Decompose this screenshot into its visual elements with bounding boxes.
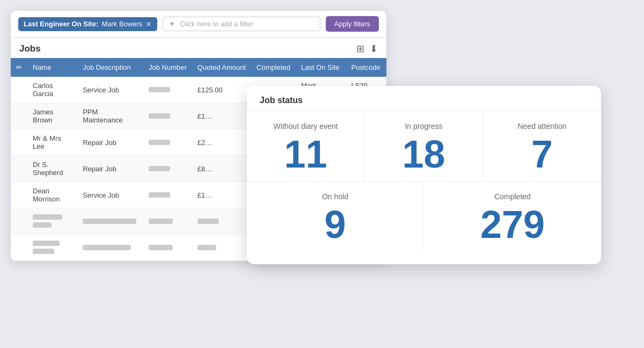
apply-filters-button[interactable]: Apply filters	[326, 16, 379, 32]
status-cell-need-attention: Need attention 7	[483, 111, 601, 182]
close-icon[interactable]: ✕	[145, 20, 152, 28]
row-amount: £125.00	[192, 77, 251, 103]
row-edit	[11, 156, 27, 182]
on-hold-label: On hold	[260, 192, 411, 201]
jobs-title: Jobs	[19, 44, 41, 54]
last-on-site-col-header: Last On Site	[296, 58, 346, 77]
row-edit	[11, 129, 27, 156]
placeholder-bar	[149, 140, 170, 145]
placeholder-bar	[149, 87, 170, 92]
jobs-header: Jobs ⊞ ⬇	[11, 38, 386, 58]
filter-tag-value: Mark Bowers	[101, 20, 142, 28]
placeholder-bar	[149, 219, 173, 224]
row-name: James Brown	[27, 103, 77, 129]
row-desc: Service Job	[77, 77, 143, 103]
row-amount: £2…	[192, 129, 251, 156]
in-progress-value: 18	[378, 135, 470, 173]
row-edit	[11, 77, 27, 103]
on-hold-value: 9	[260, 205, 411, 244]
placeholder-bar	[83, 245, 131, 250]
row-number	[143, 182, 192, 208]
edit-icon: ✏	[16, 63, 22, 71]
row-number	[143, 156, 192, 182]
table-header-row: ✏ Name Job Description Job Number Quoted…	[11, 58, 386, 77]
row-amount: £1…	[192, 103, 251, 129]
row-edit	[11, 182, 27, 208]
placeholder-bar	[197, 245, 216, 250]
placeholder-bar	[33, 214, 62, 220]
desc-col-header: Job Description	[77, 58, 143, 77]
placeholder-bar	[33, 222, 52, 228]
number-col-header: Job Number	[143, 58, 192, 77]
without-diary-label: Without diary event	[260, 122, 352, 130]
filter-input-wrap[interactable]: ▼ Click here to add a filter	[163, 17, 320, 31]
placeholder-bar	[149, 113, 170, 119]
postcode-col-header: Postcode	[346, 58, 386, 77]
placeholder-bar	[197, 219, 219, 224]
row-amount: £1…	[192, 182, 251, 208]
amount-col-header: Quoted Amount	[192, 58, 251, 77]
row-desc: Repair Job	[77, 156, 143, 182]
status-cell-without-diary: Without diary event 11	[247, 111, 365, 182]
filter-bar: Last Engineer On Site: Mark Bowers ✕ ▼ C…	[11, 11, 386, 38]
row-name: Mr & Mrs Lee	[27, 129, 77, 156]
row-name: Carlos Garcia	[27, 77, 77, 103]
download-icon[interactable]: ⬇	[370, 43, 378, 55]
job-status-top-row: Without diary event 11 In progress 18 Ne…	[247, 111, 601, 182]
row-desc: Service Job	[77, 182, 143, 208]
filter-columns-icon[interactable]: ⊞	[356, 43, 364, 55]
row-name: Dr S. Shepherd	[27, 156, 77, 182]
row-number	[143, 77, 192, 103]
placeholder-bar	[33, 241, 60, 246]
placeholder-bar	[149, 192, 170, 198]
row-edit	[11, 103, 27, 129]
row-name: Dean Morrison	[27, 182, 77, 208]
jobs-actions: ⊞ ⬇	[356, 43, 378, 55]
job-status-panel: Job status Without diary event 11 In pro…	[247, 86, 601, 264]
status-cell-completed: Completed 279	[424, 182, 601, 251]
without-diary-value: 11	[260, 135, 352, 173]
filter-tag[interactable]: Last Engineer On Site: Mark Bowers ✕	[18, 17, 157, 31]
placeholder-bar	[149, 166, 170, 171]
filter-input-placeholder: Click here to add a filter	[180, 20, 253, 28]
edit-col-header: ✏	[11, 58, 27, 77]
name-col-header: Name	[27, 58, 77, 77]
status-cell-in-progress: In progress 18	[365, 111, 483, 182]
need-attention-value: 7	[496, 135, 588, 173]
row-desc: PPM Maintenance	[77, 103, 143, 129]
row-desc: Repair Job	[77, 129, 143, 156]
completed-label: Completed	[437, 192, 588, 201]
row-number	[143, 129, 192, 156]
filter-icon: ▼	[169, 20, 175, 28]
completed-col-header: Completed	[251, 58, 296, 77]
job-status-bottom-row: On hold 9 Completed 279	[247, 182, 601, 251]
in-progress-label: In progress	[378, 122, 470, 130]
need-attention-label: Need attention	[496, 122, 588, 130]
row-amount: £8…	[192, 156, 251, 182]
filter-tag-label: Last Engineer On Site:	[24, 20, 98, 28]
job-status-title: Job status	[247, 86, 601, 111]
status-cell-on-hold: On hold 9	[247, 182, 424, 251]
placeholder-bar	[149, 245, 173, 250]
completed-value: 279	[437, 205, 588, 244]
row-number	[143, 103, 192, 129]
scene: Last Engineer On Site: Mark Bowers ✕ ▼ C…	[0, 0, 644, 348]
placeholder-bar	[33, 249, 54, 254]
placeholder-bar	[83, 219, 136, 224]
